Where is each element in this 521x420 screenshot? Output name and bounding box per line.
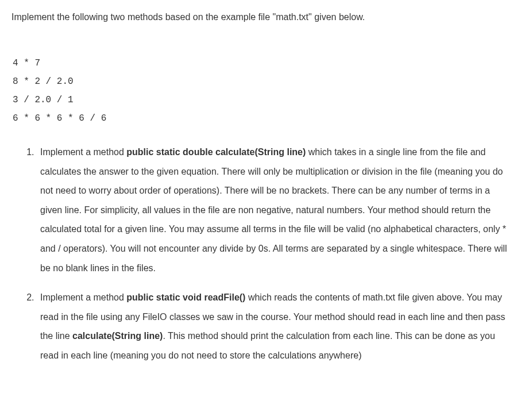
question-item-1: Implement a method public static double … [37,142,510,278]
question-2-method-signature: public static void readFile() [126,292,245,302]
code-example: 4 * 7 8 * 2 / 2.0 3 / 2.0 / 1 6 * 6 * 6 … [11,36,510,128]
intro-text: Implement the following two methods base… [11,10,510,24]
code-line: 6 * 6 * 6 * 6 / 6 [13,113,106,124]
question-1-method-signature: public static double calculate(String li… [126,147,306,157]
question-list: Implement a method public static double … [11,142,510,365]
code-line: 3 / 2.0 / 1 [13,95,74,105]
question-1-pre: Implement a method [40,147,126,157]
question-2-inner-method: calculate(String line) [72,331,163,341]
question-1-post: which takes in a single line from the fi… [40,147,507,273]
code-line: 8 * 2 / 2.0 [13,76,74,87]
question-2-pre: Implement a method [40,292,126,302]
question-item-2: Implement a method public static void re… [37,288,510,365]
code-line: 4 * 7 [13,58,40,68]
